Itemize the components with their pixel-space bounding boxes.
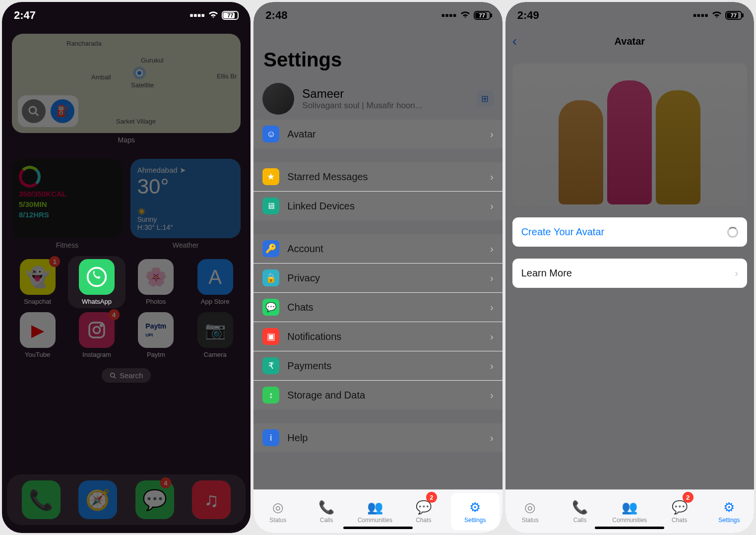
app-app-store[interactable]: A App Store xyxy=(189,259,241,305)
app-row-1: 1 👻 Snapchat WhatsApp 🌸 Photos A App Sto… xyxy=(12,259,241,305)
communities-icon: 👥 xyxy=(622,500,637,515)
profile-name: Sameer xyxy=(302,87,422,101)
row-icon: 🔒 xyxy=(262,269,279,286)
settings-row-storage-and-data[interactable]: ↕ Storage and Data › xyxy=(253,381,502,409)
notification-badge: 4 xyxy=(160,477,171,488)
settings-row-help[interactable]: i Help › xyxy=(253,423,502,452)
settings-row-account[interactable]: 🔑 Account › xyxy=(253,234,502,264)
profile-sub: Solivagant soul | Musafir hoon... xyxy=(302,101,422,111)
svg-point-6 xyxy=(111,373,115,377)
chevron-right-icon: › xyxy=(735,268,738,279)
settings-row-avatar[interactable]: ☺ Avatar › xyxy=(253,120,502,148)
chevron-right-icon: › xyxy=(490,201,494,212)
row-icon: ☺ xyxy=(262,126,279,142)
cellular-icon: ▪▪▪▪ xyxy=(693,9,708,22)
app-instagram[interactable]: 4 Instagram xyxy=(71,312,122,358)
create-avatar-button[interactable]: Create Your Avatar xyxy=(512,217,747,247)
phone-icon: 📞 xyxy=(22,480,61,519)
battery-icon: 77 xyxy=(474,11,491,20)
location-dot-icon xyxy=(136,69,143,76)
settings-icon: ⚙ xyxy=(469,500,481,515)
maps-widget[interactable]: Rancharada Gurukul Amball Satellite Elli… xyxy=(12,34,241,133)
avatar-photo xyxy=(262,83,294,115)
tab-status[interactable]: ◎ Status xyxy=(505,490,555,533)
row-icon: ▣ xyxy=(262,328,279,345)
dock-safari[interactable]: 🧭 xyxy=(78,480,117,519)
fitness-widget[interactable]: 350/350KCAL 5/30MIN 8/12HRS xyxy=(12,159,123,238)
dock-music[interactable]: ♫ xyxy=(192,480,231,519)
settings-row-starred-messages[interactable]: ★ Starred Messages › xyxy=(253,162,502,192)
tab-status[interactable]: ◎ Status xyxy=(253,490,302,533)
calls-icon: 📞 xyxy=(318,500,334,515)
home-screen: 2:47 ▪▪▪▪ 77 Rancharada Gurukul Amball S… xyxy=(2,2,251,533)
safari-icon: 🧭 xyxy=(78,480,117,519)
avatar-figure-2 xyxy=(607,80,652,204)
notification-badge: 2 xyxy=(426,492,437,503)
profile-cell[interactable]: Sameer Solivagant soul | Musafir hoon...… xyxy=(253,78,502,120)
row-icon: 🖥 xyxy=(262,198,279,214)
map-search-button[interactable] xyxy=(22,99,46,123)
activity-rings-icon xyxy=(19,166,41,188)
dock-messages[interactable]: 4💬 xyxy=(135,480,174,519)
learn-more-button[interactable]: Learn More › xyxy=(512,259,747,288)
dock: 📞🧭4💬♫ xyxy=(7,474,246,525)
app-youtube[interactable]: ▶ YouTube xyxy=(12,312,63,358)
svg-line-1 xyxy=(35,113,38,116)
avatar-figure-3 xyxy=(656,90,700,204)
settings-row-notifications[interactable]: ▣ Notifications › xyxy=(253,322,502,351)
wifi-icon xyxy=(711,9,722,22)
chevron-right-icon: › xyxy=(490,302,494,313)
row-icon: ₹ xyxy=(262,357,279,374)
cellular-icon: ▪▪▪▪ xyxy=(189,9,205,22)
battery-icon: 77 xyxy=(222,11,239,20)
row-icon: ★ xyxy=(262,168,279,185)
tab-settings[interactable]: ⚙ Settings xyxy=(451,493,500,530)
settings-row-payments[interactable]: ₹ Payments › xyxy=(253,351,502,381)
app-photos[interactable]: 🌸 Photos xyxy=(130,259,182,305)
avatar-figure-1 xyxy=(559,100,603,204)
app-snapchat[interactable]: 1 👻 Snapchat xyxy=(12,259,63,305)
status-time: 2:47 xyxy=(14,9,36,22)
back-button[interactable]: ‹ xyxy=(512,33,517,49)
svg-point-0 xyxy=(29,107,36,114)
status-icon: ◎ xyxy=(524,500,536,515)
home-search[interactable]: Search xyxy=(102,368,151,383)
settings-row-linked-devices[interactable]: 🖥 Linked Devices › xyxy=(253,192,502,220)
app-camera[interactable]: 📷 Camera xyxy=(189,312,241,358)
app-whatsapp[interactable]: WhatsApp xyxy=(71,259,122,305)
status-time: 2:49 xyxy=(517,9,539,22)
avatar-screen: 2:49 ▪▪▪▪ 77 ‹ Avatar Create Your Avatar… xyxy=(505,2,754,533)
status-icon: ◎ xyxy=(272,500,284,515)
home-indicator[interactable] xyxy=(595,527,664,529)
settings-icon: ⚙ xyxy=(723,500,735,515)
cellular-icon: ▪▪▪▪ xyxy=(441,9,456,22)
row-icon: ↕ xyxy=(262,387,279,403)
chevron-right-icon: › xyxy=(490,272,494,284)
battery-icon: 77 xyxy=(725,11,742,20)
maps-label: Maps xyxy=(12,136,241,144)
map-fuel-button[interactable]: ⛽ xyxy=(51,99,74,123)
chevron-right-icon: › xyxy=(490,331,494,342)
settings-row-privacy[interactable]: 🔒 Privacy › xyxy=(253,264,502,293)
settings-screen: 2:48 ▪▪▪▪ 77 Settings Sameer Solivagant … xyxy=(253,2,502,533)
nav-title: Avatar xyxy=(615,36,645,47)
weather-label: Weather xyxy=(130,241,241,249)
status-bar: 2:49 ▪▪▪▪ 77 xyxy=(505,2,754,29)
tab-settings[interactable]: ⚙ Settings xyxy=(704,490,754,533)
notification-badge: 4 xyxy=(109,309,120,320)
nav-bar: ‹ Avatar xyxy=(505,29,754,54)
dock-phone[interactable]: 📞 xyxy=(22,480,61,519)
weather-widget[interactable]: Ahmedabad ➤ 30° ☀️ Sunny H:30° L:14° xyxy=(130,159,241,238)
status-bar: 2:47 ▪▪▪▪ 77 xyxy=(2,2,251,29)
status-bar: 2:48 ▪▪▪▪ 77 xyxy=(253,2,502,29)
row-icon: 💬 xyxy=(262,299,279,316)
app-paytm[interactable]: PaytmUPI Paytm xyxy=(130,312,182,358)
row-icon: 🔑 xyxy=(262,240,279,257)
home-indicator[interactable] xyxy=(343,527,413,529)
status-time: 2:48 xyxy=(265,9,287,22)
settings-row-chats[interactable]: 💬 Chats › xyxy=(253,293,502,322)
wifi-icon xyxy=(208,9,219,22)
chevron-right-icon: › xyxy=(490,171,494,183)
page-title: Settings xyxy=(253,29,502,78)
qr-code-button[interactable]: ⊞ xyxy=(477,90,494,107)
